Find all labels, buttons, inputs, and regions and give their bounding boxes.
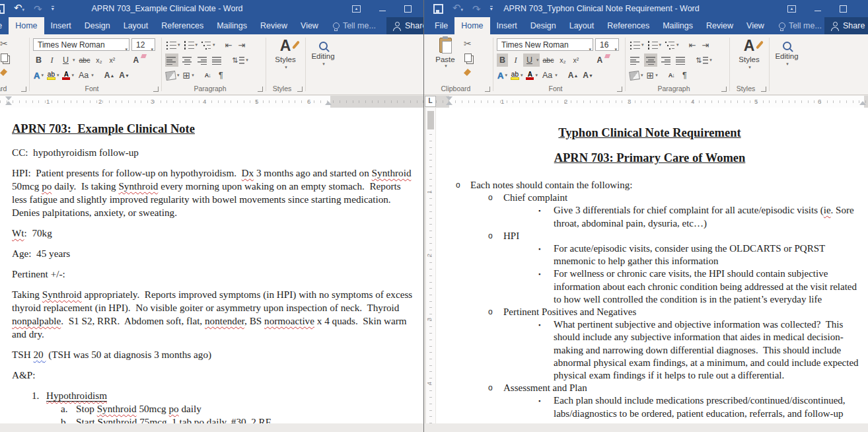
show-paragraph-marks-button[interactable]: ¶ [679,69,690,82]
superscript-button[interactable]: x² [106,54,118,67]
styles-button[interactable]: A Styles [731,38,768,70]
bold-button[interactable]: B [33,54,44,67]
font-size-box[interactable]: 12 [131,38,155,51]
sort-button[interactable]: A↓ [202,69,213,82]
grow-font-button[interactable]: A▲ [103,69,116,82]
font-size-box[interactable]: 16 [595,38,619,51]
shrink-font-button[interactable]: A▼ [581,69,595,82]
editing-button[interactable]: Editing [770,38,803,67]
minimize-icon[interactable] [814,11,821,11]
line-spacing-button[interactable]: ⇅ [695,54,713,67]
borders-button[interactable]: ⊞ [646,69,659,82]
maximize-icon[interactable] [840,5,847,13]
align-left-button[interactable] [165,54,178,67]
align-center-button[interactable] [644,54,657,67]
styles-dialog-launcher[interactable] [297,87,303,92]
strikethrough-button[interactable]: abc [78,54,92,67]
font-dialog-launcher[interactable] [617,87,622,92]
document-page[interactable]: Typhon Clinical Note Requirement APRN 70… [436,108,868,423]
tab-mailings[interactable]: Mailings [656,17,700,34]
ribbon-display-options-icon[interactable]: ▴ [352,5,361,13]
underline-button[interactable]: U [523,54,540,67]
styles-button[interactable]: A Styles [267,38,304,70]
decrease-indent-button[interactable]: ⇤ [223,38,235,52]
right-indent-marker[interactable] [325,101,332,105]
ribbon-display-options-icon[interactable]: ▴ [787,5,796,13]
hanging-indent-marker[interactable] [5,101,12,105]
clipboard-dialog-launcher[interactable] [21,87,26,92]
first-line-indent-marker[interactable] [5,96,12,100]
show-paragraph-marks-button[interactable]: ¶ [215,69,227,82]
title-bar[interactable]: ↶▾ ↷ ▾ APRN 703_Typhon Clinical Note Req… [424,0,868,17]
shading-button[interactable] [165,69,180,82]
subscript-button[interactable]: x₂ [93,54,104,67]
first-line-indent-marker[interactable] [446,96,452,100]
tab-mailings[interactable]: Mailings [210,17,254,34]
shrink-font-button[interactable]: A▼ [118,69,131,82]
numbering-button[interactable] [183,38,199,52]
tab-home[interactable]: Home [454,17,489,34]
bold-button[interactable]: B [497,54,508,67]
change-case-button[interactable]: Aa [77,69,94,82]
font-color-button[interactable]: A [525,69,538,82]
share-button[interactable]: Share [386,17,423,34]
strikethrough-button[interactable]: abc [542,54,556,67]
tell-me-box[interactable]: Tell me... [774,17,827,34]
line-spacing-button[interactable]: ⇅ [231,54,249,67]
tell-me-box[interactable]: Tell me... [328,17,381,34]
copy-icon[interactable] [464,54,472,62]
tab-file[interactable]: File [428,17,454,34]
tab-design[interactable]: Design [78,17,117,34]
align-right-button[interactable] [659,54,672,67]
tab-view[interactable]: View [740,17,771,34]
cut-icon[interactable]: ✂ [0,38,8,49]
font-color-button[interactable]: A [61,69,75,82]
increase-indent-button[interactable]: ⇥ [700,38,711,52]
clipboard-dialog-launcher[interactable] [485,87,490,92]
shading-button[interactable] [629,69,644,82]
underline-button[interactable]: U [59,54,76,67]
tab-references[interactable]: References [155,17,210,34]
document-page[interactable]: APRN 703: Example Clinical Note CC: hypo… [0,108,423,423]
align-center-button[interactable] [180,54,194,67]
cut-icon[interactable]: ✂ [464,38,472,49]
font-name-box[interactable]: Times New Roman [33,38,129,51]
text-effects-button[interactable]: A [33,69,44,82]
superscript-button[interactable]: x² [570,54,581,67]
increase-indent-button[interactable]: ⇥ [236,38,248,52]
copy-icon[interactable] [1,54,8,62]
change-case-button[interactable]: Aa [540,69,558,82]
subscript-button[interactable]: x₂ [557,54,568,67]
grow-font-button[interactable]: A▲ [567,69,580,82]
editing-button[interactable]: Editing [307,38,340,67]
align-left-button[interactable] [629,54,642,67]
justify-button[interactable] [211,54,224,67]
tab-insert[interactable]: Insert [490,17,524,34]
format-painter-icon[interactable] [0,69,7,76]
tab-review[interactable]: Review [254,17,294,34]
paragraph-dialog-launcher[interactable] [721,87,727,92]
hanging-indent-marker[interactable] [446,101,452,105]
decrease-indent-button[interactable]: ⇤ [687,38,698,52]
align-right-button[interactable] [196,54,209,67]
bullets-button[interactable] [165,38,181,52]
tab-references[interactable]: References [600,17,656,34]
tab-home[interactable]: Home [9,17,44,34]
font-name-box[interactable]: Times New Roman [497,38,593,51]
clear-formatting-button[interactable]: A [130,54,141,67]
tab-layout[interactable]: Layout [563,17,601,34]
tab-design[interactable]: Design [524,17,563,34]
multilevel-list-button[interactable] [200,38,216,52]
bullets-button[interactable] [629,38,645,52]
tab-insert[interactable]: Insert [44,17,78,34]
font-dialog-launcher[interactable] [153,87,159,92]
italic-button[interactable]: I [46,54,57,67]
numbering-button[interactable] [647,38,663,52]
tab-stop-selector[interactable]: L [425,96,436,107]
tab-review[interactable]: Review [700,17,740,34]
clear-formatting-button[interactable]: A [594,54,605,67]
format-painter-icon[interactable] [464,69,471,76]
tab-file[interactable]: File [0,17,9,34]
highlight-button[interactable]: ab [46,69,60,82]
highlight-button[interactable]: ab [510,69,524,82]
